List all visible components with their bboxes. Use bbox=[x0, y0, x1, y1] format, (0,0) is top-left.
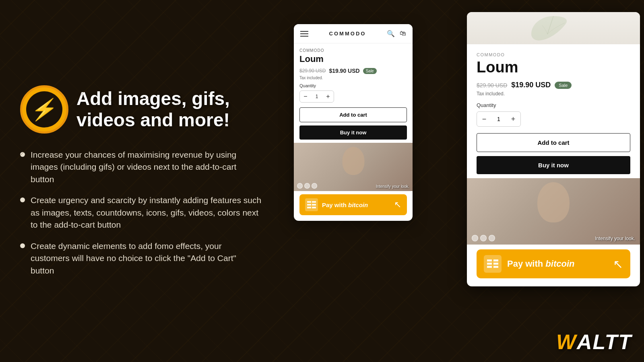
bolt-icon: ⚡ bbox=[29, 99, 59, 120]
svg-rect-5 bbox=[312, 207, 316, 208]
mobile-qty-plus[interactable]: + bbox=[322, 91, 334, 102]
mobile-video-controls bbox=[297, 183, 317, 189]
desktop-sale-badge: Sale bbox=[555, 82, 572, 89]
mobile-add-to-cart-button[interactable]: Add to cart bbox=[299, 107, 407, 122]
mobile-product-info: COMMODO Loum $29.90 USD $19.90 USD Sale … bbox=[294, 43, 413, 103]
mobile-bitcoin-button[interactable]: Pay with bitcoin ↖ bbox=[299, 194, 407, 215]
svg-rect-1 bbox=[307, 204, 311, 206]
mobile-video-thumbnail[interactable]: ▶ Intensify your look. bbox=[294, 143, 413, 191]
bullet-text-2: Create urgency and scarcity by instantly… bbox=[31, 194, 262, 231]
headline-line1: Add images, gifs, bbox=[76, 88, 230, 109]
cart-icon[interactable]: 🛍 bbox=[400, 30, 406, 37]
bullet-text-3: Create dynamic elements to add fomo effe… bbox=[31, 240, 262, 277]
mobile-mockup: COMMODO 🔍 🛍 COMMODO Loum $29.90 USD $19.… bbox=[294, 24, 413, 221]
desktop-qty-minus[interactable]: − bbox=[477, 112, 491, 126]
desktop-old-price: $29.90 USD bbox=[477, 82, 507, 88]
bullet-item-2: Create urgency and scarcity by instantly… bbox=[20, 194, 262, 231]
mobile-brand: COMMODO bbox=[329, 31, 366, 37]
bullet-item-1: Increase your chances of maximising reve… bbox=[20, 149, 262, 185]
desktop-video-caption: Intensify your look. bbox=[595, 236, 635, 241]
svg-rect-7 bbox=[487, 263, 492, 265]
svg-rect-2 bbox=[307, 207, 311, 208]
desktop-vendor: COMMODO bbox=[477, 52, 630, 57]
desktop-qty-value: 1 bbox=[491, 116, 506, 122]
headline: Add images, gifs, videos and more! bbox=[76, 88, 230, 131]
desktop-mockup: COMMODO Loum $29.90 USD $19.90 USD Sale … bbox=[467, 12, 640, 286]
mobile-old-price: $29.90 USD bbox=[299, 68, 326, 74]
desktop-product-header: COMMODO Loum $29.90 USD $19.90 USD Sale … bbox=[467, 44, 640, 127]
hamburger-menu[interactable] bbox=[300, 31, 308, 37]
svg-rect-10 bbox=[493, 263, 498, 265]
mobile-nav: COMMODO 🔍 🛍 bbox=[294, 24, 413, 43]
desktop-bitcoin-text: Pay with bitcoin bbox=[507, 259, 574, 269]
right-panel: COMMODO 🔍 🛍 COMMODO Loum $29.90 USD $19.… bbox=[282, 0, 644, 362]
mobile-product-name: Loum bbox=[299, 54, 407, 64]
search-icon[interactable]: 🔍 bbox=[387, 30, 395, 37]
bullet-dot-2 bbox=[20, 197, 25, 202]
desktop-price-row: $29.90 USD $19.90 USD Sale bbox=[477, 81, 630, 89]
svg-rect-0 bbox=[307, 201, 311, 203]
mobile-tax-text: Tax included. bbox=[299, 76, 407, 80]
bitcoin-icon-desktop bbox=[484, 255, 502, 273]
bullet-item-3: Create dynamic elements to add fomo effe… bbox=[20, 240, 262, 277]
nav-icons: 🔍 🛍 bbox=[387, 30, 406, 37]
svg-rect-11 bbox=[493, 266, 498, 268]
bullet-dot-3 bbox=[20, 243, 25, 248]
mobile-qty-value: 1 bbox=[311, 94, 322, 99]
mobile-bitcoin-text: Pay with bitcoin bbox=[322, 202, 368, 208]
desktop-qty-label: Quantity bbox=[477, 102, 630, 108]
desktop-cursor-icon: ↖ bbox=[613, 257, 623, 271]
mobile-cursor-icon: ↖ bbox=[394, 200, 401, 210]
svg-rect-6 bbox=[487, 259, 492, 261]
mobile-btn-area: Add to cart Buy it now bbox=[294, 107, 413, 143]
mobile-sale-badge: Sale bbox=[363, 68, 377, 74]
mobile-vendor: COMMODO bbox=[299, 48, 407, 53]
bullet-dot-1 bbox=[20, 152, 25, 157]
mobile-qty-row: − 1 + bbox=[299, 90, 334, 103]
left-panel: ⚡ Add images, gifs, videos and more! Inc… bbox=[0, 0, 282, 362]
mobile-video-caption: Intensify your look. bbox=[376, 184, 409, 189]
desktop-qty-row: − 1 + bbox=[477, 111, 521, 127]
desktop-product-name: Loum bbox=[477, 59, 630, 76]
bullet-list: Increase your chances of maximising reve… bbox=[20, 149, 262, 277]
logo: ⚡ bbox=[20, 85, 68, 134]
desktop-buy-it-now-button[interactable]: Buy it now bbox=[477, 156, 630, 174]
mobile-qty-minus[interactable]: − bbox=[300, 91, 311, 102]
header-row: ⚡ Add images, gifs, videos and more! bbox=[20, 85, 262, 134]
desktop-add-to-cart-button[interactable]: Add to cart bbox=[477, 133, 630, 152]
svg-rect-3 bbox=[312, 201, 316, 203]
mobile-new-price: $19.90 USD bbox=[329, 68, 359, 74]
mobile-buy-it-now-button[interactable]: Buy it now bbox=[299, 125, 407, 140]
svg-rect-9 bbox=[493, 259, 498, 261]
desktop-video-thumbnail[interactable]: ▶ Intensify your look. bbox=[467, 178, 640, 245]
svg-rect-4 bbox=[312, 204, 316, 206]
waltt-text: WALTT bbox=[556, 330, 632, 354]
mobile-price-row: $29.90 USD $19.90 USD Sale bbox=[299, 68, 407, 74]
svg-rect-8 bbox=[487, 266, 492, 268]
desktop-video-controls bbox=[472, 235, 495, 241]
waltt-logo: WALTT bbox=[556, 330, 632, 354]
desktop-product-image bbox=[467, 12, 640, 44]
bitcoin-icon-mobile bbox=[305, 198, 318, 211]
desktop-tax-text: Tax included. bbox=[477, 91, 630, 97]
bullet-text-1: Increase your chances of maximising reve… bbox=[31, 149, 262, 185]
headline-line2: videos and more! bbox=[76, 109, 230, 130]
mobile-qty-label: Quantity bbox=[299, 83, 407, 88]
desktop-qty-plus[interactable]: + bbox=[506, 112, 520, 126]
desktop-bitcoin-button[interactable]: Pay with bitcoin ↖ bbox=[477, 249, 630, 278]
desktop-new-price: $19.90 USD bbox=[511, 81, 551, 89]
